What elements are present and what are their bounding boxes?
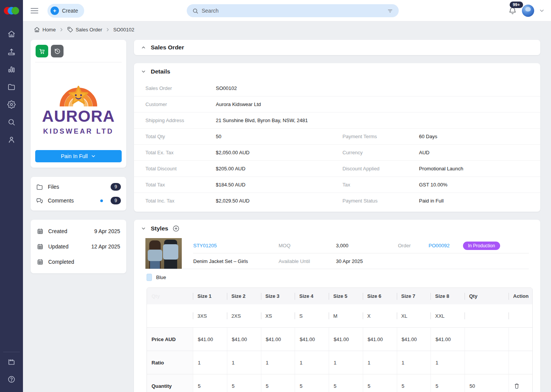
detail-row: Total Ex. Tax$2,050.00 AUDCurrencyAUD — [134, 144, 540, 160]
detail-row: Total Discount$205.00 AUDDiscount Applie… — [134, 160, 540, 176]
home-icon[interactable] — [7, 30, 16, 38]
comments-row[interactable]: Comments 9 — [36, 194, 121, 207]
calendar-icon — [37, 243, 44, 250]
action-cell — [509, 351, 532, 374]
folder-icon — [36, 183, 43, 191]
comments-count-badge: 9 — [111, 197, 121, 204]
field-label: Total Tax — [145, 182, 216, 188]
column-header: Size 4 — [295, 288, 329, 304]
user-avatar[interactable] — [522, 5, 534, 17]
files-label: Files — [48, 184, 106, 190]
quantity-cell: 5 — [227, 374, 261, 392]
sidebar-nav — [7, 30, 16, 144]
details-section-toggle[interactable]: Details — [134, 63, 540, 80]
chevron-right-icon — [59, 27, 64, 32]
column-header: Size 8 — [430, 288, 465, 304]
moq-value: 3,000 — [336, 243, 398, 248]
add-style-button[interactable] — [172, 225, 180, 232]
section-title: Styles — [151, 225, 168, 232]
style-info-row: Denim Jacket Set – Girls Available Until… — [193, 253, 529, 269]
section-title: Details — [151, 68, 170, 75]
quantity-cell: 5 — [295, 374, 329, 392]
detail-row: CustomerAurora Kidswear Ltd — [134, 96, 540, 112]
field-value: AUD — [419, 150, 540, 155]
ratio-cell: 1 — [295, 351, 329, 374]
search-input[interactable] — [202, 8, 384, 14]
unread-dot — [100, 199, 103, 202]
size-table: Qty Size 1 Size 2 Size 3 Size 4 Size 5 S… — [147, 287, 533, 392]
filter-icon[interactable] — [387, 8, 393, 14]
breadcrumb-sales-order-label: Sales Order — [76, 27, 102, 33]
created-value: 9 Apr 2025 — [94, 228, 120, 234]
upload-icon[interactable] — [7, 47, 16, 56]
help-icon[interactable] — [7, 375, 16, 384]
notification-bell-icon[interactable]: 99+ — [507, 5, 517, 16]
app-sidebar — [0, 0, 23, 392]
breadcrumb-home[interactable]: Home — [34, 26, 56, 33]
detail-row: Total Qty50Payment Terms60 Days — [134, 128, 540, 144]
factory-icon[interactable] — [7, 358, 16, 366]
field-label: Sales Order — [145, 85, 216, 91]
chevron-down-icon — [91, 154, 96, 159]
updated-label: Updated — [48, 243, 86, 250]
ratio-cell: 1 — [193, 351, 227, 374]
app-logo[interactable] — [4, 6, 19, 16]
customer-card: AURORA KIDSWEAR LTD Pain In Full — [31, 40, 126, 168]
main-content: Sales Order Details Sales OrderSO00102 C… — [134, 40, 540, 392]
field-label: Total Discount — [145, 166, 216, 172]
files-row[interactable]: Files 9 — [36, 180, 121, 194]
price-cell: $41.00 — [261, 328, 295, 351]
size-name-cell — [147, 304, 193, 328]
column-header: Qty — [147, 288, 193, 304]
field-value: GST 10.00% — [419, 182, 540, 188]
size-name-cell: M — [329, 304, 363, 328]
field-label: Payment Status — [342, 198, 419, 204]
cart-button[interactable] — [36, 45, 48, 57]
row-label: Price AUD — [147, 328, 193, 351]
size-name-cell: XL — [397, 304, 431, 328]
style-photo[interactable] — [145, 238, 182, 269]
styles-section-toggle[interactable]: Styles — [134, 220, 540, 237]
style-code-link[interactable]: STY01205 — [193, 243, 279, 248]
column-header: Qty — [465, 288, 509, 304]
style-info-row: STY01205 MOQ 3,000 Order PO00092 In Prod… — [193, 238, 529, 253]
order-label: Order — [398, 243, 429, 248]
left-panel: AURORA KIDSWEAR LTD Pain In Full Files 9… — [31, 40, 126, 273]
search-icon[interactable] — [7, 118, 16, 126]
detail-row: Sales OrderSO00102 — [134, 80, 540, 96]
chevron-down-icon — [141, 226, 146, 231]
history-button[interactable] — [51, 45, 64, 57]
action-cell — [509, 328, 532, 351]
price-cell: $41.00 — [295, 328, 329, 351]
chevron-down-icon[interactable] — [539, 8, 545, 14]
quantity-cell: 5 — [193, 374, 227, 392]
create-button[interactable]: + Create — [47, 4, 84, 18]
files-count-badge: 9 — [111, 183, 121, 191]
size-name-cell: 2XS — [227, 304, 261, 328]
qty-cell — [465, 351, 509, 374]
hamburger-menu-icon[interactable] — [31, 8, 38, 13]
user-icon[interactable] — [7, 136, 16, 144]
payment-status-button[interactable]: Pain In Full — [35, 150, 122, 162]
field-label: Shipping Address — [145, 118, 216, 123]
row-label: Quantity — [147, 374, 193, 392]
breadcrumb-home-label: Home — [42, 27, 56, 33]
breadcrumb-sales-order[interactable]: Sales Order — [67, 26, 102, 33]
breadcrumb-current: SO00102 — [113, 27, 134, 33]
trash-icon[interactable] — [514, 383, 520, 389]
color-swatch — [147, 274, 152, 281]
sales-order-section-toggle[interactable]: Sales Order — [134, 40, 540, 55]
dates-card: Created 9 Apr 2025 Updated 12 Apr 2025 C… — [31, 220, 126, 273]
order-code-link[interactable]: PO00092 — [429, 243, 463, 248]
gear-icon[interactable] — [7, 100, 16, 109]
field-label: Total Inc. Tax — [145, 198, 216, 204]
folder-icon[interactable] — [7, 83, 16, 91]
column-header: Size 3 — [261, 288, 295, 304]
field-value: 21 Sunshine Blvd, Byron Bay, NSW, 2481 — [216, 118, 308, 123]
ratio-cell: 1 — [329, 351, 363, 374]
price-cell: $41.00 — [397, 328, 431, 351]
tag-icon — [67, 26, 73, 33]
bar-chart-icon[interactable] — [7, 65, 16, 74]
field-label: Customer — [145, 101, 216, 107]
brand-name: AURORA — [42, 108, 115, 124]
